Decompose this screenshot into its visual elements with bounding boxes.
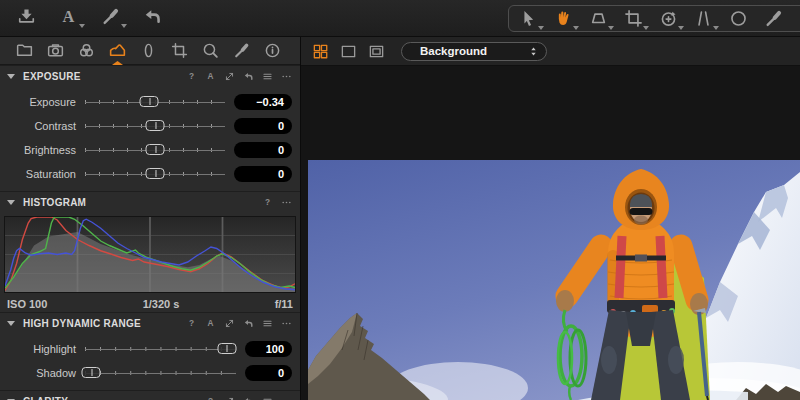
- exposure-panel-header: EXPOSURE ?A: [0, 65, 300, 87]
- crop-icon: [623, 8, 644, 29]
- auto-icon[interactable]: A: [205, 318, 216, 329]
- tab-adjustments[interactable]: [230, 39, 253, 62]
- more-icon[interactable]: [281, 197, 292, 208]
- proof-view-button[interactable]: [366, 41, 386, 61]
- auto-icon[interactable]: A: [205, 71, 216, 82]
- highlight-slider[interactable]: [85, 341, 236, 357]
- tab-library[interactable]: [13, 39, 36, 62]
- loupe-tool-button[interactable]: [586, 7, 610, 31]
- tab-metadata[interactable]: [261, 39, 284, 62]
- exposure-slider-handle[interactable]: [140, 96, 159, 107]
- ellipse-mask-tool-button[interactable]: [726, 7, 750, 31]
- menu-icon[interactable]: [262, 396, 273, 400]
- exposure-sliders: Exposure−0.34Contrast0Brightness0Saturat…: [0, 87, 300, 191]
- iso-value: ISO 100: [7, 298, 47, 310]
- tool-tab-bar: [0, 37, 300, 65]
- shadow-slider[interactable]: [85, 365, 236, 381]
- panel-header-icons: ?A: [186, 71, 292, 82]
- panel-header-icons: ?: [205, 396, 292, 400]
- exposure-slider[interactable]: [85, 94, 225, 110]
- viewer-image[interactable]: [308, 160, 800, 400]
- shadow-value-box[interactable]: 0: [245, 365, 292, 381]
- svg-text:A: A: [208, 319, 214, 328]
- crop-tool-button[interactable]: [621, 7, 645, 31]
- export-tool-button[interactable]: [14, 4, 39, 29]
- text-tool-icon: A: [58, 6, 79, 27]
- slider-label: Contrast: [0, 120, 85, 132]
- tab-details[interactable]: [199, 39, 222, 62]
- viewer-canvas[interactable]: [301, 66, 800, 400]
- stepper-icon[interactable]: [528, 45, 539, 58]
- undo-tool-button[interactable]: [140, 4, 165, 29]
- tab-capture[interactable]: [44, 39, 67, 62]
- menu-icon[interactable]: [262, 71, 273, 82]
- help-icon[interactable]: ?: [186, 71, 197, 82]
- curve-icon: [108, 41, 127, 60]
- select-tool-button[interactable]: [516, 7, 540, 31]
- hdr-sliders: Highlight100Shadow0: [0, 334, 300, 390]
- svg-text:?: ?: [189, 319, 194, 328]
- saturation-slider-handle[interactable]: [146, 168, 165, 179]
- top-toolbar: A: [0, 0, 800, 37]
- keystone-tool-button[interactable]: [691, 7, 715, 31]
- exposure-value-box[interactable]: −0.34: [234, 94, 292, 110]
- text-tool-button[interactable]: A: [56, 4, 81, 29]
- ellipse-icon: [728, 8, 749, 29]
- reset-icon[interactable]: [243, 71, 254, 82]
- brightness-value-box[interactable]: 0: [234, 142, 292, 158]
- tab-crop[interactable]: [168, 39, 191, 62]
- multi-view-button[interactable]: [310, 41, 330, 61]
- contrast-slider-handle[interactable]: [146, 120, 165, 131]
- view-mode-buttons: [310, 41, 386, 61]
- slider-label: Shadow: [0, 367, 85, 379]
- histogram-panel-header: HISTOGRAM ?: [0, 191, 300, 213]
- reset-icon[interactable]: [243, 318, 254, 329]
- pan-tool-button[interactable]: [551, 7, 575, 31]
- saturation-slider[interactable]: [85, 166, 225, 182]
- highlight-slider-row: Highlight100: [0, 337, 300, 361]
- more-icon[interactable]: [281, 318, 292, 329]
- menu-icon[interactable]: [262, 318, 273, 329]
- tab-exposure[interactable]: [106, 39, 129, 62]
- exposure-slider-row: Exposure−0.34: [0, 90, 300, 114]
- shutter-value: 1/320 s: [47, 298, 274, 310]
- contrast-value-box[interactable]: 0: [234, 118, 292, 134]
- dropdown-caret-icon: [121, 24, 127, 28]
- contrast-slider[interactable]: [85, 118, 225, 134]
- collapse-arrow-icon[interactable]: [7, 74, 15, 79]
- reset-icon[interactable]: [243, 396, 254, 400]
- layer-selector[interactable]: Background: [401, 42, 547, 61]
- expand-icon[interactable]: [224, 71, 235, 82]
- download-icon: [16, 6, 37, 27]
- rotate-tool-button[interactable]: [656, 7, 680, 31]
- brightness-slider-handle[interactable]: [146, 144, 165, 155]
- help-icon[interactable]: ?: [262, 197, 273, 208]
- highlight-value-box[interactable]: 100: [245, 341, 292, 357]
- more-icon[interactable]: [281, 396, 292, 400]
- highlight-slider-handle[interactable]: [217, 343, 236, 354]
- saturation-value-box[interactable]: 0: [234, 166, 292, 182]
- svg-text:A: A: [208, 72, 214, 81]
- info-icon: [263, 41, 282, 60]
- brightness-slider[interactable]: [85, 142, 225, 158]
- tab-color[interactable]: [75, 39, 98, 62]
- aperture-value: f/11: [275, 298, 293, 310]
- tab-lens[interactable]: [137, 39, 160, 62]
- collapse-arrow-icon[interactable]: [7, 200, 15, 205]
- help-icon[interactable]: ?: [186, 318, 197, 329]
- draw-mask-tool-button[interactable]: [761, 7, 785, 31]
- expand-icon[interactable]: [224, 396, 235, 400]
- help-icon[interactable]: ?: [205, 396, 216, 400]
- exif-info-row: ISO 100 1/320 s f/11: [0, 295, 300, 312]
- annotate-tool-button[interactable]: [98, 4, 123, 29]
- shadow-slider-handle[interactable]: [82, 367, 101, 378]
- expand-icon[interactable]: [224, 318, 235, 329]
- grid-view-icon: [312, 43, 329, 60]
- more-icon[interactable]: [281, 71, 292, 82]
- brightness-slider-row: Brightness0: [0, 138, 300, 162]
- collapse-arrow-icon[interactable]: [7, 321, 15, 326]
- viewer-toolbar: Background: [301, 37, 800, 66]
- cursor-tool-group: [508, 5, 800, 32]
- single-view-button[interactable]: [338, 41, 358, 61]
- histogram-chart: [4, 216, 296, 293]
